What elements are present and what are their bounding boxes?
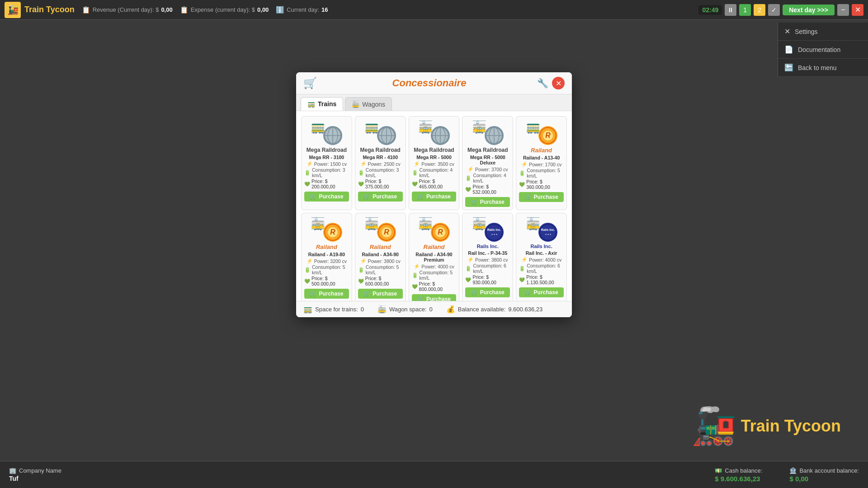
power-icon: ⚡ [521,161,528,167]
svg-text:✦✦✦: ✦✦✦ [544,233,551,236]
purchase-cart-icon: 🛒 [310,193,316,200]
purchase-button[interactable]: 🛒 Purchase [304,289,349,299]
train-power: ⚡Power: 2500 cv [360,161,401,167]
purchase-cart-icon: 🛒 [471,289,478,296]
purchase-button[interactable]: 🛒 Purchase [304,192,349,202]
tab-wagons[interactable]: 🚋 Wagons [345,97,392,111]
train-card-icons: 🚃 [311,120,342,145]
back-icon: 🔙 [784,63,793,72]
close-app-button[interactable]: ✕ [852,4,863,16]
wrench-icon[interactable]: 🔧 [537,78,548,89]
minimize-button[interactable]: − [837,4,849,16]
purchase-button[interactable]: 🛒 Purchase [519,192,564,202]
train-consumption: 🔋Consumption: 4 km/L [465,173,510,183]
purchase-cart-icon: 🛒 [525,289,532,296]
settings-item[interactable]: ✕ Settings [778,23,868,41]
revenue-value: 0,00 [161,6,172,13]
train-card: 🚋 Mega Raildroad Mega RR - 5000 ⚡Power: … [409,116,460,210]
company-info: 🏢 Company Name Tuf [9,467,61,482]
train-model: Rail Inc. - Axir [526,250,557,256]
right-panel: ✕ Settings 📄 Documentation 🔙 Back to men… [778,23,868,77]
train-consumption: 🔋Consumption: 3 km/L [304,167,349,178]
train-power: ⚡Power: 3500 cv [414,161,454,167]
revenue-label: Revenue (Current day): $ [93,6,159,13]
cash-balance-value: $ 9.600.636,23 [715,475,762,483]
svg-text:Rails Inc.: Rails Inc. [487,228,501,231]
brand-circle: R [377,223,396,242]
documentation-label: Documentation [798,46,840,53]
purchase-button[interactable]: 🛒 Purchase [519,287,564,297]
power-icon: ⚡ [414,161,420,167]
expense-stat: 📋 Expense (current day): $ 0,00 [180,6,269,14]
svg-text:R: R [330,228,336,236]
brand-name: Railand [316,244,337,250]
train-emoji: 🚃 [526,120,540,134]
train-power: ⚡Power: 3800 cv [467,257,508,263]
train-emoji: 🚃 [364,120,379,134]
svg-text:✦✦✦: ✦✦✦ [491,233,497,236]
trains-tab-icon: 🚃 [307,100,315,108]
price-icon: 💚 [412,284,418,290]
speed-check-button[interactable]: ✓ [768,4,780,16]
brand-name: Railand [370,244,391,250]
next-day-button[interactable]: Next day >>> [783,5,835,15]
tab-trains[interactable]: 🚃 Trains [301,97,343,111]
train-price: 💚Price: $ 360.000,00 [519,179,564,190]
train-price: 💚Price: $ 375.000,00 [358,178,403,189]
documentation-icon: 📄 [784,45,793,54]
brand-name: Railand [531,147,552,154]
modal-close-button[interactable]: ✕ [552,77,565,89]
current-day-label: Current day: [287,6,319,13]
expense-icon: 📋 [180,6,189,14]
purchase-button[interactable]: 🛒 Purchase [358,192,403,202]
revenue-icon: 📋 [82,6,90,14]
train-power: ⚡Power: 4000 cv [414,263,454,269]
train-card-icons: 🚋 Rails Inc.✦✦✦ [472,217,504,242]
purchase-button[interactable]: 🛒 Purchase [358,289,403,299]
svg-point-28 [486,224,502,240]
train-emoji: 🚋 [418,217,433,231]
purchase-label: Purchase [426,193,451,200]
train-emoji: 🚋 [364,217,379,231]
purchase-button[interactable]: 🛒 Purchase [412,192,457,202]
purchase-button[interactable]: 🛒 Purchase [465,287,510,297]
speed-1x-button[interactable]: 1 [739,4,751,16]
train-card-icons: 🚋 R [418,217,450,242]
train-price: 💚Price: $ 930.000,00 [465,274,510,285]
price-icon: 💚 [465,187,471,192]
brand-name: Mega Raildroad [467,147,508,153]
pause-button[interactable]: ⏸ [725,4,736,16]
balance-label: Balance available: [458,306,506,313]
brand-name: Mega Raildroad [307,147,347,153]
train-model: Railand - A19-80 [308,252,345,257]
balance-section: 💵 Cash balance: $ 9.600.636,23 🏦 Bank ac… [715,467,859,483]
purchase-label: Purchase [534,289,558,296]
brand-circle [485,126,504,145]
svg-text:R: R [545,131,551,139]
speed-2x-button[interactable]: 2 [754,4,765,16]
train-power: ⚡Power: 1500 cv [307,161,347,167]
brand-circle: R [323,223,342,242]
topbar: 🚂 Train Tycoon 📋 Revenue (Current day): … [0,0,868,20]
train-price: 💚Price: $ 200.000,00 [304,178,349,189]
power-icon: ⚡ [307,258,313,264]
modal-footer: 🚃 Space for trains: 0 🚋 Wagon space: 0 💰… [296,301,572,317]
purchase-button[interactable]: 🛒 Purchase [465,197,510,207]
price-icon: 💚 [304,181,310,187]
bank-balance: 🏦 Bank account balance: $ 0,00 [789,467,859,483]
train-price: 💚Price: $ 600.000,00 [358,276,403,286]
train-power: ⚡Power: 1700 cv [521,161,561,167]
purchase-label: Purchase [319,193,343,200]
company-icon: 🏢 [9,467,16,474]
train-emoji: 🚋 [472,120,486,134]
documentation-item[interactable]: 📄 Documentation [778,41,868,59]
settings-label: Settings [795,28,818,35]
back-to-menu-item[interactable]: 🔙 Back to menu [778,59,868,77]
purchase-button[interactable]: 🛒 Purchase [412,294,457,301]
train-consumption: 🔋Consumption: 5 km/L [304,264,349,275]
train-card: 🚃 Mega Raildroad Mega RR - 3100 ⚡Power: … [301,116,352,210]
bottom-train-icon: 🚂 [691,405,736,447]
modal-header: 🛒 Concessionaire 🔧 ✕ [296,72,572,94]
purchase-cart-icon: 🛒 [310,291,316,297]
brand-circle: Rails Inc.✦✦✦ [485,223,504,242]
